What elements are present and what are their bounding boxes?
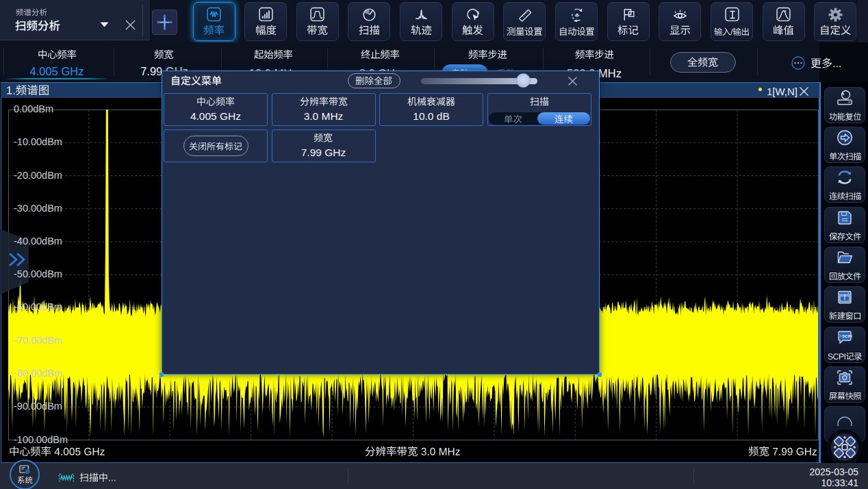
svg-text:SCPI: SCPI bbox=[842, 334, 852, 338]
